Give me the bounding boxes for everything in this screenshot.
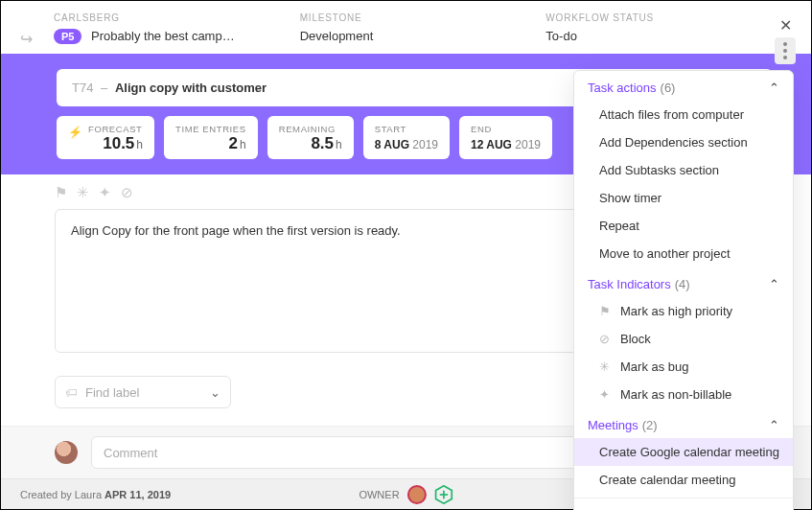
mark-priority-item[interactable]: ⚑Mark as high priority [574,297,793,325]
end-date-stat[interactable]: END 12 AUG 2019 [459,116,552,159]
close-icon[interactable]: ✕ [779,16,792,35]
task-id: T74 [72,81,93,95]
workflow-label: WORKFLOW STATUS [545,12,792,23]
created-date: APR 11, 2019 [104,489,171,500]
show-timer-item[interactable]: Show timer [574,184,793,212]
task-actions-section[interactable]: Task actions (6) ⌃ [574,71,793,101]
workflow-column: WORKFLOW STATUS To-do [545,12,792,43]
header-bar: ↪ CARLSBERG P5 Probably the best camp… M… [1,1,811,54]
remaining-stat[interactable]: REMAINING 8.5h [267,116,354,159]
owner-avatar[interactable] [407,485,427,504]
task-actions-title: Task actions [588,81,657,95]
task-indicators-count: (4) [675,277,690,291]
gear-icon[interactable]: ✳ [77,184,89,201]
forecast-unit: h [136,138,143,151]
task-sep: – [101,81,107,95]
create-google-meeting-item[interactable]: Create Google calendar meeting [574,438,793,466]
end-label: END [471,124,541,134]
workflow-value[interactable]: To-do [545,29,792,43]
chevron-up-icon: ⌃ [769,277,779,291]
move-project-item[interactable]: Move to another project [574,240,793,267]
create-calendar-meeting-item[interactable]: Create calendar meeting [574,466,793,494]
meetings-title: Meetings [588,418,638,432]
forecast-stat[interactable]: ⚡ FORECAST 10.5h [57,116,154,159]
menu-divider [574,498,793,498]
remaining-label: REMAINING [279,124,342,134]
time-entries-stat[interactable]: TIME ENTRIES 2h [164,116,258,159]
chevron-up-icon: ⌃ [769,81,779,95]
flag-icon[interactable]: ⚑ [55,184,67,201]
time-entries-unit: h [240,138,246,151]
more-menu-button[interactable] [775,37,796,64]
block-icon[interactable]: ⊘ [121,184,133,201]
avatar[interactable] [55,441,78,464]
time-entries-value: 2 [229,134,238,152]
mark-nonbillable-item[interactable]: ✦Mark as non-billable [574,381,793,408]
chevron-down-icon: ⌄ [210,385,220,400]
milestone-value[interactable]: Development [300,29,546,43]
nonbillable-icon: ✦ [599,387,613,402]
tag-icon: 🏷 [65,385,78,400]
campaign-row[interactable]: P5 Probably the best camp… [54,29,300,43]
add-subtasks-item[interactable]: Add Subtasks section [574,156,793,184]
end-month: AUG [486,138,512,151]
start-label: START [375,124,438,134]
bolt-icon: ⚡ [68,126,82,139]
milestone-column: MILESTONE Development [300,12,546,43]
chevron-up-icon: ⌃ [769,418,779,432]
redo-icon[interactable]: ↪ [20,30,33,48]
add-dependencies-item[interactable]: Add Dependencies section [574,128,793,156]
start-month: AUG [383,138,409,151]
task-indicators-title: Task Indicators [588,277,671,291]
bug-icon[interactable]: ✦ [99,184,111,201]
created-prefix: Created by Laura [20,489,102,500]
remaining-value: 8.5 [311,134,334,152]
campaign-title: Probably the best camp… [91,29,235,43]
created-by-text: Created by Laura APR 11, 2019 [20,489,171,500]
bug-icon: ✳ [599,359,613,374]
time-entries-label: TIME ENTRIES [175,124,246,134]
meetings-section[interactable]: Meetings (2) ⌃ [574,408,793,438]
duplicate-item[interactable]: Duplicate [574,502,793,510]
owner-area: OWNER [359,485,452,504]
forecast-label: FORECAST [88,124,143,134]
end-year: 2019 [515,138,541,151]
block-icon: ⊘ [599,332,613,346]
add-owner-icon[interactable] [434,485,453,504]
repeat-item[interactable]: Repeat [574,212,793,240]
priority-badge: P5 [54,29,81,44]
task-indicators-section[interactable]: Task Indicators (4) ⌃ [574,267,793,297]
end-day: 12 [471,138,483,151]
project-column: CARLSBERG P5 Probably the best camp… [54,12,300,43]
find-label-input[interactable]: 🏷 Find label ⌄ [55,376,231,408]
more-menu-panel: Task actions (6) ⌃ Attach files from com… [573,70,794,510]
flag-icon: ⚑ [599,304,613,318]
attach-files-item[interactable]: Attach files from computer [574,101,793,128]
start-day: 8 [375,138,382,151]
task-actions-count: (6) [661,81,676,95]
remaining-unit: h [336,138,342,151]
forecast-value: 10.5 [103,134,134,152]
owner-label: OWNER [359,489,399,500]
project-label: CARLSBERG [54,12,300,23]
milestone-label: MILESTONE [300,12,546,23]
find-label-placeholder: Find label [85,385,139,400]
block-item[interactable]: ⊘Block [574,325,793,353]
comment-placeholder: Comment [104,446,157,460]
mark-bug-item[interactable]: ✳Mark as bug [574,353,793,381]
meetings-count: (2) [642,418,658,432]
start-date-stat[interactable]: START 8 AUG 2019 [363,116,450,159]
task-title: Align copy with customer [115,81,267,95]
start-year: 2019 [412,138,438,151]
